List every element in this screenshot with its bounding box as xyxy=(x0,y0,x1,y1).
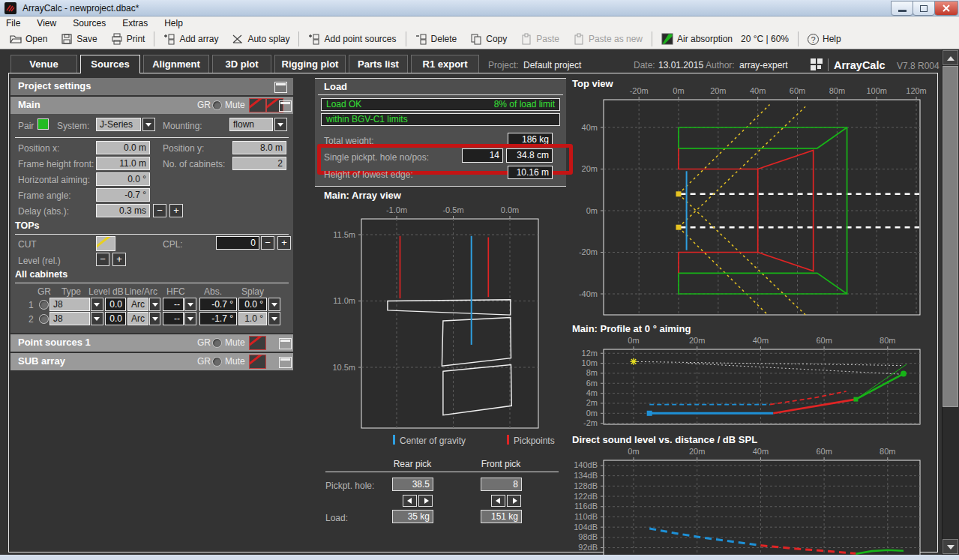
pair-color-swatch[interactable] xyxy=(37,118,49,130)
air-absorption-value: 20 °C | 60% xyxy=(739,30,796,48)
project-label: Project: xyxy=(488,60,519,70)
splay-field[interactable]: 1.0 ° xyxy=(238,312,267,325)
tab-alignment[interactable]: Alignment xyxy=(143,55,209,73)
cut-button[interactable] xyxy=(96,236,115,251)
splay-dropdown-icon[interactable] xyxy=(268,312,280,325)
front-hole-field[interactable]: 8 xyxy=(481,478,522,491)
hfc-select[interactable]: -- xyxy=(163,298,184,311)
menu-file[interactable]: File xyxy=(6,18,20,28)
cpl-plus-button[interactable]: + xyxy=(277,236,291,250)
level-db-field[interactable]: 0.0 xyxy=(105,312,126,325)
scrollbar-down-icon[interactable] xyxy=(943,539,958,554)
menu-view[interactable]: View xyxy=(37,18,56,28)
delay-minus-button[interactable]: − xyxy=(153,204,166,217)
cabinet-type-select[interactable]: J8 xyxy=(49,298,90,311)
level-plus-button[interactable]: + xyxy=(112,253,126,266)
title-bar[interactable]: ArrayCalc - newproject.dbac* xyxy=(0,0,959,16)
level-minus-button[interactable]: − xyxy=(96,253,109,266)
linearc-select[interactable]: Arc xyxy=(127,312,148,325)
linearc-dropdown-icon[interactable] xyxy=(149,312,160,325)
row-gr-radio[interactable] xyxy=(39,300,49,310)
splay-field[interactable]: 0.0 ° xyxy=(238,298,267,311)
mute-button[interactable] xyxy=(249,336,266,350)
horizontal-aiming-field[interactable]: 0.0 ° xyxy=(96,172,150,186)
help-button[interactable]: ? Help xyxy=(801,30,848,48)
delete-button[interactable]: Delete xyxy=(409,30,464,48)
cabinets-field[interactable]: 2 xyxy=(232,157,286,170)
frame-height-field[interactable]: 11.0 m xyxy=(96,157,150,170)
system-select[interactable]: J-Series xyxy=(96,118,141,131)
position-y-field[interactable]: 8.0 m xyxy=(232,141,286,154)
row-gr-radio[interactable] xyxy=(39,314,49,324)
mounting-dropdown-icon[interactable] xyxy=(274,118,287,131)
pair-label: Pair xyxy=(18,121,34,131)
scrollbar-up-icon[interactable] xyxy=(943,50,958,65)
restore-button[interactable] xyxy=(913,1,935,16)
gr-radio[interactable] xyxy=(212,357,222,367)
panel-collapse-icon[interactable] xyxy=(279,100,292,112)
rear-hole-field[interactable]: 38.5 xyxy=(392,478,433,491)
minimize-button[interactable] xyxy=(891,1,913,16)
close-button[interactable] xyxy=(934,1,958,16)
open-folder-icon xyxy=(10,33,22,45)
frame-angle-field[interactable]: -0.7 ° xyxy=(96,188,150,202)
rear-hole-increment[interactable] xyxy=(418,495,433,507)
menu-help[interactable]: Help xyxy=(164,18,183,28)
tab-parts-list[interactable]: Parts list xyxy=(349,55,408,73)
rear-hole-decrement[interactable] xyxy=(403,495,417,507)
mute-left-button[interactable] xyxy=(249,98,266,112)
delay-field[interactable]: 0.3 ms xyxy=(96,204,150,217)
air-absorption-icon xyxy=(661,33,673,45)
cpl-field[interactable]: 0 xyxy=(216,236,259,250)
menu-extras[interactable]: Extras xyxy=(122,18,148,28)
pickpt-hole-no-field[interactable]: 14 xyxy=(462,148,503,163)
mounting-select[interactable]: flown xyxy=(229,118,273,131)
hfc-select[interactable]: -- xyxy=(163,312,184,325)
mute-button[interactable] xyxy=(249,355,266,369)
paste-as-new-button[interactable]: Paste as new xyxy=(566,30,649,48)
lowest-edge-label: Height of lowest edge: xyxy=(324,169,413,180)
cabinet-type-dropdown-icon[interactable] xyxy=(91,298,103,311)
print-button[interactable]: Print xyxy=(104,30,152,48)
hfc-dropdown-icon[interactable] xyxy=(184,312,196,325)
air-absorption-toggle[interactable]: Air absorption xyxy=(655,30,739,48)
linearc-select[interactable]: Arc xyxy=(127,298,148,311)
system-label: System: xyxy=(57,121,89,131)
tab-rigging-plot[interactable]: Rigging plot xyxy=(274,55,346,73)
menu-sources[interactable]: Sources xyxy=(73,18,106,28)
cpl-minus-button[interactable]: − xyxy=(261,236,274,250)
add-point-sources-button[interactable]: Add point sources xyxy=(301,30,403,48)
paste-button[interactable]: Paste xyxy=(514,30,566,48)
gr-radio[interactable] xyxy=(212,100,222,110)
position-x-field[interactable]: 0.0 m xyxy=(96,141,150,154)
tab-venue[interactable]: Venue xyxy=(10,55,77,73)
tab-r1-export[interactable]: R1 export xyxy=(411,55,479,73)
cabinet-type-dropdown-icon[interactable] xyxy=(91,312,103,325)
open-button[interactable]: Open xyxy=(3,30,54,48)
gr-label: GR xyxy=(197,356,211,367)
copy-button[interactable]: Copy xyxy=(463,30,514,48)
cabinet-type-select[interactable]: J8 xyxy=(49,312,90,325)
add-array-button[interactable]: Add array xyxy=(157,30,225,48)
front-hole-decrement[interactable] xyxy=(491,495,505,507)
front-hole-increment[interactable] xyxy=(507,495,521,507)
separator xyxy=(15,137,289,138)
tab-sources[interactable]: Sources xyxy=(80,55,140,73)
save-button[interactable]: Save xyxy=(54,30,103,48)
project-settings-header[interactable]: Project settings xyxy=(10,78,293,95)
level-db-field[interactable]: 0.0 xyxy=(105,298,126,311)
row-number: 1 xyxy=(28,300,34,310)
splay-dropdown-icon[interactable] xyxy=(268,298,280,311)
panel-restore-icon[interactable] xyxy=(279,338,292,349)
delay-plus-button[interactable]: + xyxy=(169,204,183,217)
hfc-dropdown-icon[interactable] xyxy=(184,298,196,311)
linearc-dropdown-icon[interactable] xyxy=(149,298,160,311)
pick-load-label: Load: xyxy=(325,513,348,523)
panel-restore-icon[interactable] xyxy=(279,357,292,368)
auto-splay-button[interactable]: Auto splay xyxy=(225,30,296,48)
panel-restore-icon[interactable] xyxy=(274,82,287,93)
scrollbar-thumb[interactable] xyxy=(943,66,958,407)
system-dropdown-icon[interactable] xyxy=(142,118,155,131)
gr-radio[interactable] xyxy=(212,338,222,348)
tab-3d-plot[interactable]: 3D plot xyxy=(212,55,271,73)
